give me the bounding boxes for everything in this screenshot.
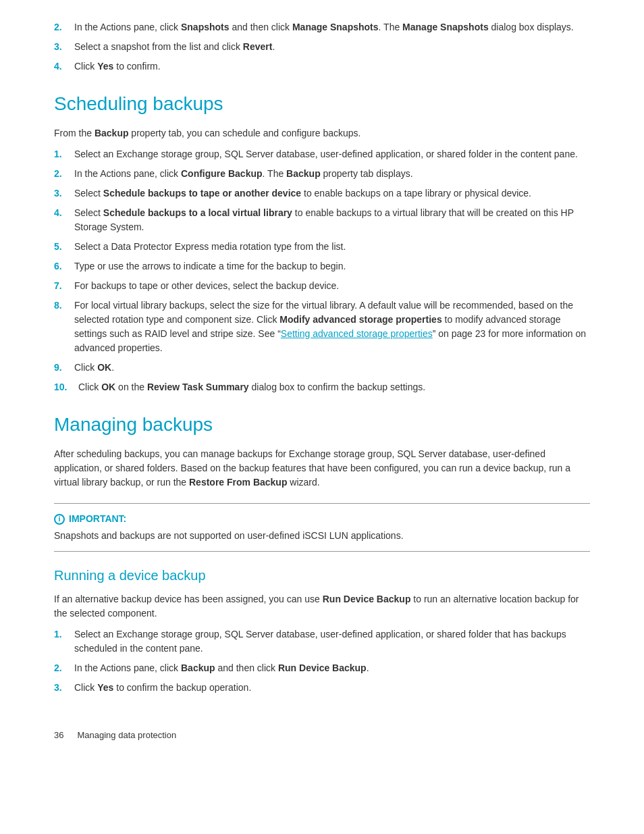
list-content: Click Yes to confirm. <box>74 59 590 74</box>
list-number: 2. <box>54 20 74 34</box>
list-item: 8. For local virtual library backups, se… <box>54 298 590 355</box>
list-content: Click OK. <box>74 361 590 375</box>
list-content: Select Schedule backups to a local virtu… <box>74 206 590 234</box>
footer-page-number: 36 <box>54 729 63 742</box>
list-item: 3. Click Yes to confirm the backup opera… <box>54 681 590 695</box>
list-content: Click Yes to confirm the backup operatio… <box>74 681 590 695</box>
list-content: Type or use the arrows to indicate a tim… <box>74 259 590 273</box>
list-number: 3. <box>54 40 74 54</box>
list-number: 2. <box>54 661 74 675</box>
list-item: 2. In the Actions pane, click Configure … <box>54 167 590 181</box>
running-heading: Running a device backup <box>54 565 590 585</box>
page-container: 2. In the Actions pane, click Snapshots … <box>0 0 644 834</box>
list-item: 2. In the Actions pane, click Backup and… <box>54 661 590 675</box>
list-number: 9. <box>54 361 74 375</box>
managing-intro: After scheduling backups, you can manage… <box>54 447 590 490</box>
intro-list: 2. In the Actions pane, click Snapshots … <box>54 20 590 74</box>
important-label-text: IMPORTANT: <box>69 512 126 526</box>
important-icon: i <box>54 514 65 525</box>
list-number: 10. <box>54 380 78 394</box>
list-item: 7. For backups to tape or other devices,… <box>54 279 590 293</box>
list-content: In the Actions pane, click Backup and th… <box>74 661 590 675</box>
list-content: For local virtual library backups, selec… <box>74 298 590 355</box>
important-label: i IMPORTANT: <box>54 512 590 526</box>
running-list: 1. Select an Exchange storage group, SQL… <box>54 627 590 695</box>
important-box: i IMPORTANT: Snapshots and backups are n… <box>54 503 590 552</box>
list-item: 9. Click OK. <box>54 361 590 375</box>
advanced-storage-link[interactable]: Setting advanced storage properties <box>281 328 433 339</box>
footer: 36 Managing data protection <box>54 722 590 742</box>
list-number: 1. <box>54 147 74 161</box>
list-content: In the Actions pane, click Configure Bac… <box>74 167 590 181</box>
list-item: 5. Select a Data Protector Express media… <box>54 240 590 254</box>
list-item: 1. Select an Exchange storage group, SQL… <box>54 627 590 656</box>
list-content: Select Schedule backups to tape or anoth… <box>74 186 590 201</box>
list-number: 3. <box>54 681 74 695</box>
list-number: 5. <box>54 240 74 254</box>
important-text: Snapshots and backups are not supported … <box>54 529 590 543</box>
running-intro: If an alternative backup device has been… <box>54 592 590 621</box>
managing-heading: Managing backups <box>54 411 590 439</box>
list-number: 3. <box>54 186 74 201</box>
scheduling-intro: From the Backup property tab, you can sc… <box>54 126 590 140</box>
list-item: 3. Select Schedule backups to tape or an… <box>54 186 590 201</box>
list-number: 4. <box>54 206 74 220</box>
list-item: 6. Type or use the arrows to indicate a … <box>54 259 590 273</box>
footer-label: Managing data protection <box>77 729 176 742</box>
list-number: 1. <box>54 627 74 642</box>
list-number: 8. <box>54 298 74 313</box>
list-item: 2. In the Actions pane, click Snapshots … <box>54 20 590 34</box>
list-item: 4. Click Yes to confirm. <box>54 59 590 74</box>
list-item: 4. Select Schedule backups to a local vi… <box>54 206 590 234</box>
list-content: Select a Data Protector Express media ro… <box>74 240 590 254</box>
list-content: Select an Exchange storage group, SQL Se… <box>74 627 590 656</box>
list-content: Select a snapshot from the list and clic… <box>74 40 590 54</box>
list-item: 3. Select a snapshot from the list and c… <box>54 40 590 54</box>
list-number: 2. <box>54 167 74 181</box>
list-number: 4. <box>54 59 74 74</box>
list-item: 10. Click OK on the Review Task Summary … <box>54 380 590 394</box>
list-content: For backups to tape or other devices, se… <box>74 279 590 293</box>
list-number: 6. <box>54 259 74 273</box>
list-content: Select an Exchange storage group, SQL Se… <box>74 147 590 161</box>
list-content: Click OK on the Review Task Summary dial… <box>78 380 590 394</box>
scheduling-heading: Scheduling backups <box>54 90 590 118</box>
list-number: 7. <box>54 279 74 293</box>
scheduling-list: 1. Select an Exchange storage group, SQL… <box>54 147 590 394</box>
list-item: 1. Select an Exchange storage group, SQL… <box>54 147 590 161</box>
list-content: In the Actions pane, click Snapshots and… <box>74 20 590 34</box>
